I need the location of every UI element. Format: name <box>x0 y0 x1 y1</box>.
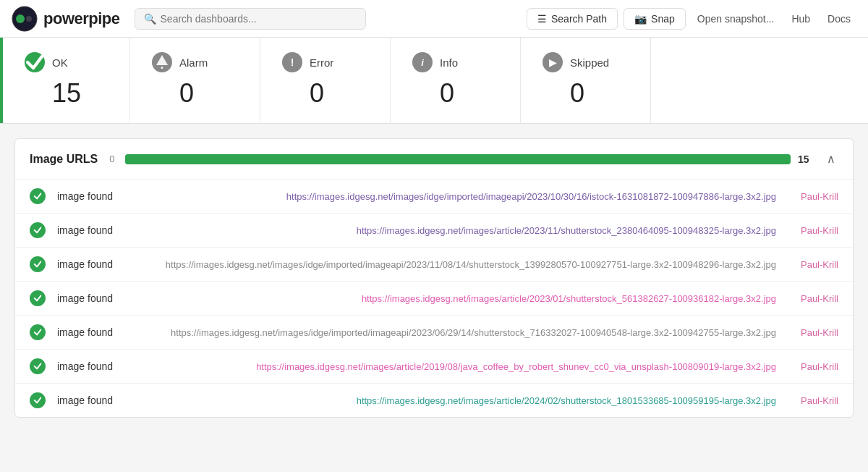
table-row: image found https://images.idgesg.net/im… <box>15 180 853 214</box>
app-name: powerpipe <box>43 9 120 28</box>
row-label: image found <box>57 326 122 338</box>
stat-header-alarm: Alarm <box>152 52 208 72</box>
hub-button[interactable]: Hub <box>786 9 816 29</box>
search-path-label: Search Path <box>551 13 607 25</box>
stat-card-skipped: ▶ Skipped 0 <box>521 38 651 123</box>
search-icon: 🔍 <box>144 13 156 25</box>
row-label: image found <box>57 395 122 406</box>
docs-button[interactable]: Docs <box>822 9 856 29</box>
svg-point-1 <box>16 14 25 23</box>
stat-label-ok: OK <box>52 56 68 69</box>
row-author: Paul-Krill <box>788 191 838 202</box>
stat-header-ok: OK <box>25 52 68 72</box>
snap-label: Snap <box>651 13 675 25</box>
row-label: image found <box>57 292 122 304</box>
stat-label-skipped: Skipped <box>570 56 609 69</box>
stat-card-info: i Info 0 <box>391 38 521 123</box>
stat-icon-alarm <box>152 52 172 72</box>
row-author: Paul-Krill <box>788 327 838 338</box>
section-title: Image URLS <box>30 153 98 166</box>
search-path-button[interactable]: ☰ Search Path <box>527 8 618 30</box>
table-row: image found https://images.idgesg.net/im… <box>15 384 853 417</box>
stat-label-error: Error <box>310 56 333 69</box>
logo: powerpipe <box>12 6 120 32</box>
snap-button[interactable]: 📷 Snap <box>624 8 686 30</box>
stat-value-skipped: 0 <box>570 78 584 109</box>
status-icon <box>30 392 46 408</box>
stat-label-alarm: Alarm <box>179 56 208 69</box>
main-content: Image URLS 0 15 ∧ image found https://im… <box>0 124 868 432</box>
stat-icon-ok <box>25 52 45 72</box>
row-label: image found <box>57 224 122 236</box>
stat-header-skipped: ▶ Skipped <box>542 52 609 72</box>
row-author: Paul-Krill <box>788 225 838 236</box>
stat-value-alarm: 0 <box>179 78 194 109</box>
table-row: image found https://images.idgesg.net/im… <box>15 316 853 350</box>
stat-icon-info: i <box>412 52 433 72</box>
menu-icon: ☰ <box>537 13 547 25</box>
svg-rect-3 <box>161 67 163 69</box>
logo-icon <box>12 6 38 32</box>
row-url[interactable]: https://images.idgesg.net/images/article… <box>134 225 776 236</box>
table-row: image found https://images.idgesg.net/im… <box>15 350 853 384</box>
search-input[interactable] <box>161 13 357 25</box>
table-rows: image found https://images.idgesg.net/im… <box>15 180 853 417</box>
progress-count: 15 <box>798 153 812 165</box>
app-header: powerpipe 🔍 ☰ Search Path 📷 Snap Open sn… <box>0 0 868 38</box>
stat-icon-skipped: ▶ <box>542 52 563 72</box>
stat-header-info: i Info <box>412 52 458 72</box>
row-url[interactable]: https://images.idgesg.net/images/idge/im… <box>134 327 776 338</box>
row-url[interactable]: https://images.idgesg.net/images/idge/im… <box>134 191 776 202</box>
row-url[interactable]: https://images.idgesg.net/images/article… <box>134 293 776 304</box>
table-row: image found https://images.idgesg.net/im… <box>15 248 853 282</box>
stat-value-error: 0 <box>310 78 324 109</box>
status-icon <box>30 188 46 204</box>
status-icon <box>30 324 46 340</box>
row-author: Paul-Krill <box>788 293 838 304</box>
row-author: Paul-Krill <box>788 259 838 270</box>
section-header: Image URLS 0 15 ∧ <box>15 139 853 180</box>
collapse-button[interactable]: ∧ <box>824 149 838 169</box>
row-url[interactable]: https://images.idgesg.net/images/idge/im… <box>134 259 776 270</box>
open-snapshot-button[interactable]: Open snapshot... <box>692 9 780 29</box>
stat-icon-error: ! <box>282 52 302 72</box>
row-label: image found <box>57 361 122 372</box>
stat-header-error: ! Error <box>282 52 333 72</box>
stat-card-ok: OK 15 <box>0 38 130 123</box>
row-author: Paul-Krill <box>788 395 838 406</box>
status-icon <box>30 358 46 374</box>
status-icon <box>30 256 46 272</box>
row-url[interactable]: https://images.idgesg.net/images/article… <box>134 395 776 406</box>
status-icon <box>30 290 46 306</box>
stats-row: OK 15 Alarm 0 ! Error 0 i Info 0 ▶ Skipp… <box>0 38 868 124</box>
row-label: image found <box>57 258 122 270</box>
header-actions: ☰ Search Path 📷 Snap Open snapshot... Hu… <box>527 8 856 30</box>
row-author: Paul-Krill <box>788 361 838 372</box>
table-row: image found https://images.idgesg.net/im… <box>15 282 853 316</box>
progress-label-left: 0 <box>109 153 118 164</box>
progress-bar-fill <box>125 154 791 164</box>
stat-label-info: Info <box>440 56 458 69</box>
progress-container: 0 15 <box>109 153 812 165</box>
row-url[interactable]: https://images.idgesg.net/images/article… <box>134 361 776 372</box>
camera-icon: 📷 <box>634 13 647 25</box>
stat-card-alarm: Alarm 0 <box>130 38 260 123</box>
stat-value-info: 0 <box>440 78 454 109</box>
svg-point-2 <box>26 16 32 22</box>
row-label: image found <box>57 190 122 202</box>
search-box[interactable]: 🔍 <box>135 8 366 30</box>
status-icon <box>30 222 46 238</box>
stat-card-error: ! Error 0 <box>260 38 391 123</box>
progress-bar-wrap <box>125 154 791 164</box>
stat-value-ok: 15 <box>52 78 81 109</box>
image-urls-section: Image URLS 0 15 ∧ image found https://im… <box>14 138 854 418</box>
table-row: image found https://images.idgesg.net/im… <box>15 214 853 248</box>
